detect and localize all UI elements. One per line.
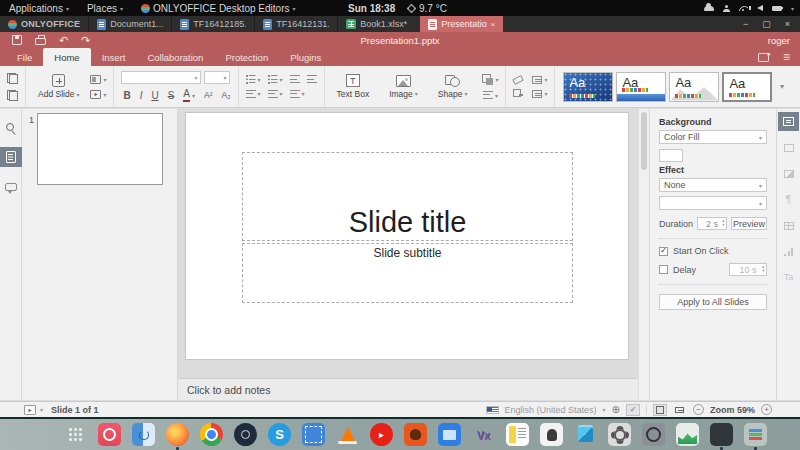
start-slideshow-button[interactable]: ▸ [24, 405, 36, 415]
places-menu[interactable]: Places ▾ [78, 0, 132, 16]
copy-style-icon[interactable] [513, 89, 523, 96]
change-layout-button[interactable]: ▾ [90, 75, 106, 84]
dock-item-tv-app[interactable] [438, 423, 461, 446]
spinner-arrows-icon[interactable]: ▴▾ [722, 219, 724, 228]
zoom-level[interactable]: Zoom 59% [710, 405, 755, 415]
tray-chevron-down-icon[interactable]: ▾ [791, 5, 794, 12]
image-button[interactable]: Image ▾ [384, 75, 423, 99]
dock-item-mascot-app[interactable] [404, 423, 427, 446]
dock-item-screenshot[interactable] [98, 423, 121, 446]
title-placeholder[interactable]: Slide title [242, 152, 573, 241]
dock-item-terminal[interactable] [710, 423, 733, 446]
shape-button[interactable]: Shape ▾ [433, 75, 473, 99]
tab-protection[interactable]: Protection [214, 48, 279, 66]
search-panel-button[interactable] [0, 118, 22, 138]
print-button[interactable] [35, 38, 46, 45]
slide-1-thumbnail[interactable] [37, 113, 163, 185]
underline-button[interactable]: U [151, 91, 158, 101]
dock-item-vlc[interactable] [336, 423, 359, 446]
dock-item-file-manager[interactable] [132, 423, 155, 446]
background-fill-select[interactable]: Color Fill ▾ [659, 130, 767, 144]
textart-settings-tab[interactable]: Ta [778, 268, 799, 287]
dock-item-youtube[interactable]: ▸ [370, 423, 393, 446]
numbering-button[interactable]: ▾ [268, 75, 283, 84]
dock-item-skype[interactable]: S [268, 423, 291, 446]
onlyoffice-home-tab[interactable]: ONLYOFFICE [0, 16, 88, 32]
fit-to-slide-button[interactable] [653, 404, 667, 416]
active-app-menu[interactable]: ONLYOFFICE Desktop Editors ▾ [132, 0, 305, 16]
start-on-click-row[interactable]: ✓ Start On Click [659, 246, 767, 256]
view-settings-icon[interactable]: ≡ [783, 51, 790, 63]
chevron-down-icon[interactable]: ▾ [603, 406, 606, 413]
strikethrough-button[interactable]: S [168, 91, 175, 101]
tab-plugins[interactable]: Plugins [279, 48, 332, 66]
theme-thumbnail-dark-blue[interactable]: Aa [563, 72, 613, 102]
weather-indicator[interactable]: 9.7 °C [408, 3, 447, 14]
superscript-button[interactable]: A² [204, 91, 213, 100]
open-file-location-icon[interactable] [758, 53, 769, 62]
fit-to-width-button[interactable] [673, 404, 687, 416]
dock-item-vx-app[interactable]: Vx [472, 423, 495, 446]
tab-tf16412131[interactable]: TF16412131.... [254, 16, 337, 32]
dock-item-firefox[interactable] [166, 423, 189, 446]
slide-settings-tab[interactable] [778, 112, 799, 131]
undo-button[interactable]: ↶ [59, 35, 68, 46]
zoom-out-button[interactable]: − [693, 404, 704, 415]
shape-settings-tab[interactable] [778, 138, 799, 157]
slide-canvas[interactable]: Slide title Slide subtitle [178, 109, 638, 378]
minimize-button[interactable]: − [743, 19, 748, 29]
effect-select[interactable]: None ▾ [659, 178, 767, 192]
copy-icon[interactable] [7, 73, 18, 84]
tab-collaboration[interactable]: Collaboration [136, 48, 214, 66]
slide-size-button[interactable]: ▾ [532, 90, 547, 98]
preview-button[interactable]: Preview [731, 217, 767, 230]
color-scheme-button[interactable]: ▾ [532, 76, 547, 84]
chart-settings-tab[interactable] [778, 242, 799, 261]
paragraph-settings-tab[interactable]: ¶ [778, 190, 799, 209]
tab-presentation1-active[interactable]: Presentation... × [420, 16, 503, 32]
subscript-button[interactable]: A₂ [222, 91, 231, 100]
bullets-button[interactable]: ▾ [246, 75, 261, 84]
user-status-icon[interactable] [723, 5, 730, 12]
dock-item-steam[interactable] [234, 423, 257, 446]
dock-item-onlyoffice[interactable] [744, 423, 767, 446]
add-slide-button[interactable]: Add Slide ▾ [33, 74, 84, 99]
text-box-button[interactable]: T Text Box [332, 74, 375, 99]
duration-spinner[interactable]: 2 s ▴▾ [697, 217, 727, 230]
tab-file[interactable]: File [6, 48, 43, 66]
font-size-select[interactable]: ▾ [204, 71, 230, 84]
background-color-swatch[interactable] [659, 149, 683, 162]
close-tab-icon[interactable]: × [491, 20, 496, 29]
delay-spinner[interactable]: 10 s ▴▾ [729, 263, 767, 276]
dock-item-chrome[interactable] [200, 423, 223, 446]
bold-button[interactable]: B [123, 91, 130, 101]
vertical-align-button[interactable]: ▾ [268, 90, 283, 99]
save-button[interactable] [12, 35, 22, 45]
tab-insert[interactable]: Insert [91, 48, 137, 66]
subtitle-placeholder[interactable]: Slide subtitle [242, 243, 573, 303]
dock-item-media-player[interactable] [642, 423, 665, 446]
battery-icon[interactable] [772, 6, 782, 11]
theme-thumbnail-white-selected[interactable]: Aa [722, 72, 772, 102]
spinner-arrows-icon[interactable]: ▴▾ [762, 265, 764, 274]
paste-icon[interactable] [7, 90, 18, 101]
chevron-down-icon[interactable]: ▾ [40, 406, 43, 413]
delay-checkbox[interactable] [659, 265, 668, 274]
increase-indent-icon[interactable] [307, 75, 317, 84]
clear-style-icon[interactable] [513, 75, 525, 85]
decrease-indent-icon[interactable] [290, 75, 300, 84]
tab-document1[interactable]: Document1.... [88, 16, 171, 32]
comments-panel-button[interactable] [0, 176, 22, 196]
dock-item-show-apps[interactable] [64, 423, 87, 446]
tab-tf16412185[interactable]: TF16412185.... [171, 16, 254, 32]
tab-book1[interactable]: Book1.xlsx* [337, 16, 420, 32]
maximize-button[interactable]: ▢ [762, 19, 771, 29]
scrollbar-thumb[interactable] [641, 112, 647, 170]
set-language-globe-icon[interactable]: ⊕ [612, 405, 620, 415]
effect-type-select[interactable]: ▾ [659, 196, 767, 210]
wifi-icon[interactable] [739, 6, 748, 11]
dock-item-settings[interactable] [608, 423, 631, 446]
dock-item-cube-app[interactable] [574, 423, 597, 446]
table-settings-tab[interactable] [778, 216, 799, 235]
language-selector[interactable]: English (United States) [505, 405, 597, 415]
